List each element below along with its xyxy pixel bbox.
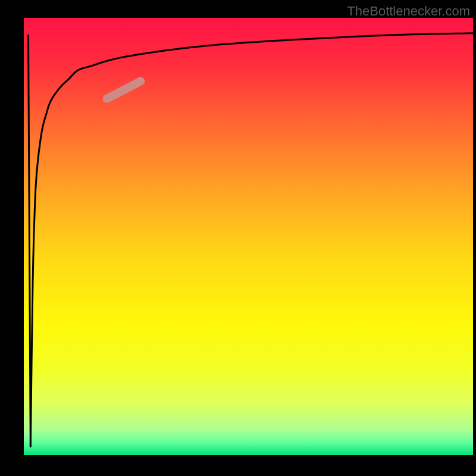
chart-background-gradient [24, 18, 473, 455]
watermark-text: TheBottlenecker.com [347, 4, 470, 19]
chart-svg [0, 0, 476, 476]
chart-container: TheBottlenecker.com [0, 0, 476, 476]
